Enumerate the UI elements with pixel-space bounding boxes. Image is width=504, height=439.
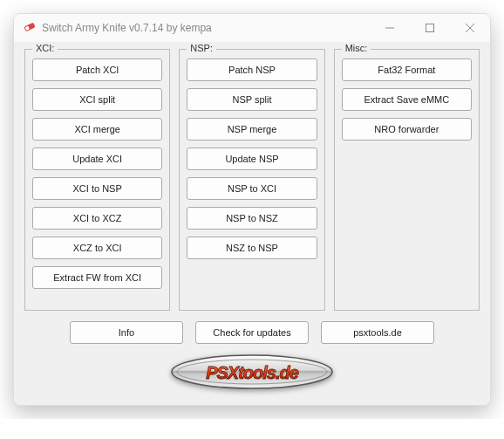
fat32-format-button[interactable]: Fat32 Format [342, 58, 472, 81]
info-button[interactable]: Info [70, 321, 183, 344]
patch-nsp-button[interactable]: Patch NSP [187, 58, 317, 81]
columns: XCI: Patch XCI XCI split XCI merge Updat… [24, 49, 480, 311]
update-xci-button[interactable]: Update XCI [32, 147, 162, 170]
svg-rect-3 [426, 24, 434, 32]
xcz-to-xci-button[interactable]: XCZ to XCI [32, 237, 162, 259]
extract-save-emmc-button[interactable]: Extract Save eMMC [342, 88, 472, 111]
xci-split-button[interactable]: XCI split [32, 88, 162, 111]
xci-group: XCI: Patch XCI XCI split XCI merge Updat… [24, 49, 170, 311]
titlebar: Switch Army Knife v0.7.14 by kempa [14, 14, 490, 42]
close-button[interactable] [450, 14, 490, 42]
xci-legend: XCI: [32, 43, 58, 53]
content-area: XCI: Patch XCI XCI split XCI merge Updat… [14, 42, 490, 405]
nsp-legend: NSP: [187, 43, 216, 53]
extract-fw-from-xci-button[interactable]: Extract FW from XCI [32, 266, 162, 289]
xci-to-xcz-button[interactable]: XCI to XCZ [32, 207, 162, 230]
app-window: Switch Army Knife v0.7.14 by kempa XCI: … [13, 13, 491, 406]
nsp-split-button[interactable]: NSP split [187, 88, 317, 111]
maximize-button[interactable] [410, 14, 450, 42]
bottom-row: Info Check for updates psxtools.de [24, 321, 480, 344]
window-controls [370, 14, 490, 42]
update-nsp-button[interactable]: Update NSP [187, 147, 317, 170]
svg-rect-0 [24, 22, 35, 31]
xci-to-nsp-button[interactable]: XCI to NSP [32, 177, 162, 200]
nsp-merge-button[interactable]: NSP merge [187, 118, 317, 141]
nsz-to-nsp-button[interactable]: NSZ to NSP [187, 237, 317, 259]
app-icon [23, 20, 37, 37]
patch-xci-button[interactable]: Patch XCI [32, 58, 162, 81]
misc-group: Misc: Fat32 Format Extract Save eMMC NRO… [334, 49, 480, 311]
nsp-group: NSP: Patch NSP NSP split NSP merge Updat… [179, 49, 324, 311]
nsp-to-nsz-button[interactable]: NSP to NSZ [187, 207, 317, 230]
logo-area: PSXtools.de [24, 353, 480, 391]
nsp-to-xci-button[interactable]: NSP to XCI [187, 177, 317, 200]
nro-forwarder-button[interactable]: NRO forwarder [342, 118, 472, 141]
check-updates-button[interactable]: Check for updates [195, 321, 309, 344]
xci-merge-button[interactable]: XCI merge [32, 118, 162, 141]
misc-legend: Misc: [342, 43, 371, 53]
window-title: Switch Army Knife v0.7.14 by kempa [42, 22, 370, 34]
minimize-button[interactable] [370, 14, 410, 42]
psxtools-logo: PSXtools.de [169, 353, 335, 391]
psxtools-button[interactable]: psxtools.de [321, 321, 434, 344]
svg-text:PSXtools.de: PSXtools.de [206, 363, 299, 382]
